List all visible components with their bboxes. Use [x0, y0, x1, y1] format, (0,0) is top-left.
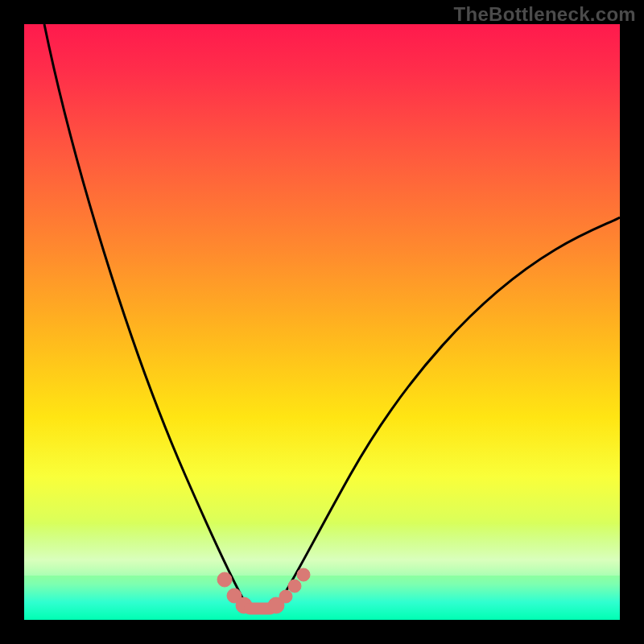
- chart-svg: [24, 24, 620, 620]
- plot-area: [24, 24, 620, 620]
- marker-dot: [288, 580, 301, 592]
- watermark-text: TheBottleneck.com: [454, 3, 636, 26]
- marker-dot: [217, 572, 232, 587]
- marker-dot: [279, 590, 292, 603]
- marker-dot: [297, 568, 310, 581]
- right-curve: [275, 217, 620, 609]
- left-curve: [44, 24, 248, 608]
- chart-frame: TheBottleneck.com: [0, 0, 644, 644]
